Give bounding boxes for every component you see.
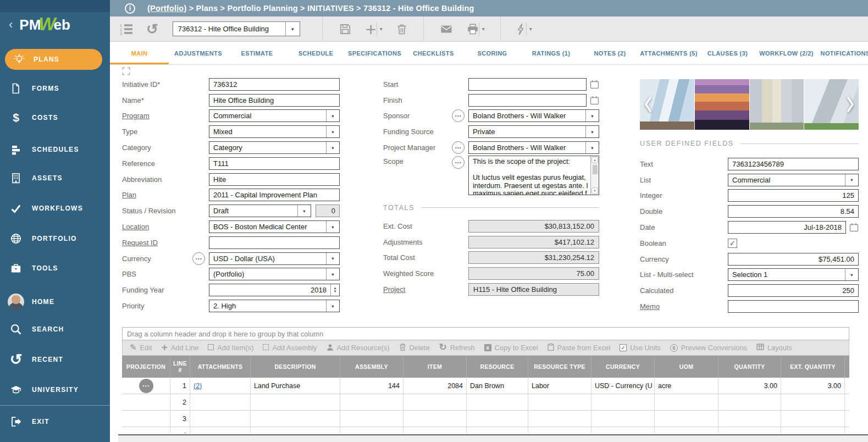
program-label[interactable]: Program [122, 112, 209, 120]
sidebar-item-plans[interactable]: PLANS [5, 49, 102, 70]
cell-resource-type[interactable] [528, 411, 591, 427]
request-id-label[interactable]: Request ID [122, 239, 209, 247]
breadcrumb-portfolio-link[interactable]: (Portfolio) [147, 4, 186, 13]
cell-line[interactable]: 3 [170, 411, 190, 427]
cell-projection[interactable] [122, 427, 170, 433]
cell-uom[interactable] [655, 427, 718, 433]
cell-attachments[interactable] [190, 394, 251, 410]
cell-ext-quantity[interactable] [781, 427, 845, 433]
column-header-assembly[interactable]: ASSEMBLY [340, 356, 403, 378]
list-select[interactable]: Commercial▾ [728, 174, 859, 186]
info-icon[interactable]: i [125, 3, 135, 14]
scope-textarea[interactable]: This is the scope of the project: Ut luc… [468, 156, 599, 195]
horizontal-scrollbar[interactable] [118, 434, 868, 442]
cell-item[interactable] [403, 394, 467, 410]
cell-description[interactable] [251, 411, 340, 427]
column-header-projection[interactable]: PROJECTION [122, 356, 170, 378]
cell-ext-quantity[interactable] [781, 411, 845, 427]
pbs-select[interactable]: (Portfolio)▾ [209, 268, 340, 280]
currency-select[interactable]: USD - Dollar (USA)▾ [209, 252, 340, 265]
tab-scoring[interactable]: SCORING [463, 42, 522, 64]
spinner-buttons[interactable]: ▲▼ [330, 284, 340, 296]
plan-input[interactable]: 2011 - Capital Improvement Plan [209, 189, 340, 201]
tab-ratings-1[interactable]: RATINGS (1) [522, 42, 580, 64]
cell-assembly[interactable] [340, 394, 403, 410]
cell-resource-type[interactable] [528, 394, 591, 410]
sidebar-item-schedules[interactable]: SCHEDULES [0, 139, 110, 160]
sidebar-item-university[interactable]: UNIVERSITY [0, 379, 110, 400]
building-rendering-photo[interactable] [750, 79, 804, 130]
record-history-icon[interactable]: ↺ [146, 23, 158, 35]
sidebar-item-search[interactable]: SEARCH [0, 319, 110, 340]
cell-projection[interactable] [122, 411, 170, 427]
reference-input[interactable]: T111 [209, 157, 340, 170]
column-header-uom[interactable]: UOM [655, 356, 718, 378]
grid-tool-add-item-s[interactable]: Add Item(s) [208, 344, 253, 352]
memo-label[interactable]: Memo [640, 302, 728, 311]
actions-bolt-icon[interactable] [515, 23, 526, 35]
tab-schedule[interactable]: SCHEDULE [286, 42, 345, 64]
email-icon[interactable] [440, 23, 452, 35]
cell-quantity[interactable] [718, 427, 781, 433]
sidebar-item-workflows[interactable]: WORKFLOWS [0, 198, 110, 219]
grid-tool-preview-conversions[interactable]: $Preview Conversions [670, 344, 747, 352]
location-select[interactable]: BOS - Boston Medical Center▾ [209, 220, 340, 233]
cell-quantity[interactable] [718, 411, 781, 427]
cell-line[interactable]: 4 [170, 427, 190, 433]
cell-uom[interactable]: acre [655, 378, 718, 394]
column-header-quantity[interactable]: QUANTITY [718, 356, 781, 378]
bolt-caret-icon[interactable]: ▾ [529, 26, 532, 32]
boolean-checkbox[interactable]: ✓ [728, 239, 737, 248]
date-input[interactable]: Jul-18-2018 [728, 221, 846, 234]
list-multi-select-select[interactable]: Selection 1▾ [728, 268, 859, 281]
cell-currency[interactable] [591, 394, 655, 410]
projection-ellipsis-button[interactable]: ••• [139, 379, 153, 393]
ellipsis-lookup-button[interactable]: ••• [452, 141, 465, 154]
grid-tool-layouts[interactable]: Layouts [756, 344, 792, 352]
tab-adjustments[interactable]: ADJUSTMENTS [169, 42, 228, 64]
abbreviation-input[interactable]: Hite [209, 173, 340, 186]
location-label[interactable]: Location [122, 223, 209, 231]
name-input[interactable]: Hite Office Building [209, 94, 340, 107]
calculated-input[interactable]: 250 [728, 284, 859, 297]
cell-item[interactable] [403, 427, 467, 433]
cell-ext-quantity[interactable]: 3.00 [781, 378, 845, 394]
cell-resource[interactable] [467, 394, 528, 410]
sidebar-item-recent[interactable]: ↺RECENT [0, 349, 110, 370]
add-caret-icon[interactable]: ▾ [380, 26, 383, 32]
cell-resource[interactable] [467, 427, 528, 433]
grid-tool-delete[interactable]: Delete [399, 343, 430, 352]
cell-assembly[interactable] [340, 427, 403, 433]
column-header-currency[interactable]: CURRENCY [591, 356, 655, 378]
tab-estimate[interactable]: ESTIMATE [228, 42, 286, 64]
cell-currency[interactable] [591, 411, 655, 427]
add-record-icon[interactable]: + [366, 22, 377, 36]
tab-main[interactable]: MAIN [110, 42, 169, 64]
sidebar-item-tools[interactable]: TOOLS [0, 258, 110, 279]
sidebar-item-assets[interactable]: ASSETS [0, 168, 110, 189]
ellipsis-lookup-button[interactable]: ••• [192, 252, 205, 265]
ellipsis-lookup-button[interactable]: ••• [452, 156, 465, 169]
category-select[interactable]: Category▾ [209, 141, 340, 154]
type-select[interactable]: Mixed▾ [209, 125, 340, 138]
cell-item[interactable]: 2084 [403, 378, 467, 394]
plan-label[interactable]: Plan [122, 191, 209, 199]
cell-uom[interactable] [655, 411, 718, 427]
cell-uom[interactable] [655, 394, 718, 410]
sidebar-item-exit[interactable]: EXIT [0, 411, 110, 432]
currency-input[interactable]: $75,451.00 [728, 253, 859, 266]
calendar-icon[interactable] [590, 96, 599, 105]
column-header-resource[interactable]: RESOURCE [467, 356, 528, 378]
column-header-resource-type[interactable]: RESOURCE TYPE [528, 356, 591, 378]
calendar-icon[interactable] [849, 223, 859, 232]
collapse-sidebar-chevron-icon[interactable]: ‹ [9, 19, 13, 30]
ellipsis-lookup-button[interactable]: ••• [452, 109, 465, 122]
column-header-description[interactable]: DESCRIPTION [251, 356, 340, 378]
cell-description[interactable]: Land Purchase [251, 378, 340, 394]
initiative-id-input[interactable]: 736312 [209, 78, 340, 91]
sidebar-item-home[interactable]: HOME [0, 291, 110, 312]
cell-line[interactable]: 2 [170, 394, 190, 410]
tab-notifications[interactable]: NOTIFICATIONS [816, 42, 868, 64]
cell-attachments[interactable] [190, 411, 251, 427]
funding-source-select[interactable]: Private▾ [468, 125, 599, 138]
